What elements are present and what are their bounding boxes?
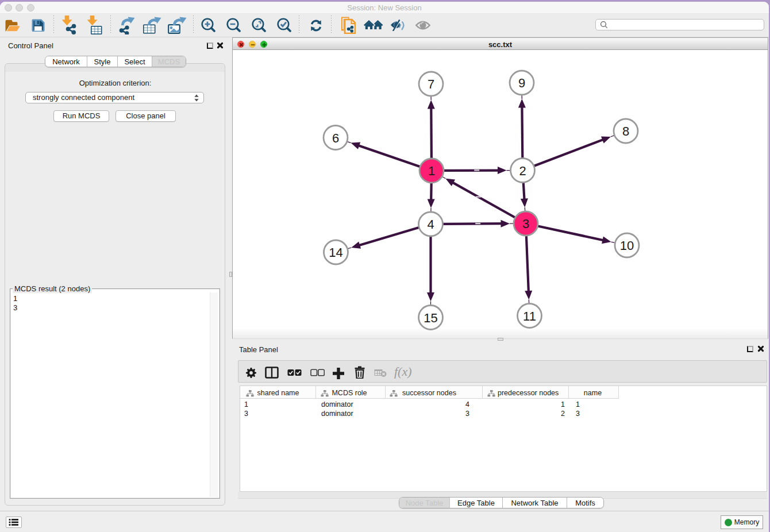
svg-text:6: 6 <box>332 131 339 145</box>
svg-text:14: 14 <box>329 245 342 260</box>
svg-text:15: 15 <box>424 311 437 325</box>
svg-text:7: 7 <box>428 77 434 91</box>
svg-text:4: 4 <box>427 217 434 232</box>
svg-text:11: 11 <box>523 309 536 323</box>
svg-text:1: 1 <box>428 164 435 178</box>
svg-text:8: 8 <box>622 124 629 138</box>
svg-text:10: 10 <box>620 238 634 253</box>
svg-text:3: 3 <box>522 217 529 231</box>
svg-text:2: 2 <box>519 164 526 178</box>
svg-text:9: 9 <box>518 76 525 90</box>
